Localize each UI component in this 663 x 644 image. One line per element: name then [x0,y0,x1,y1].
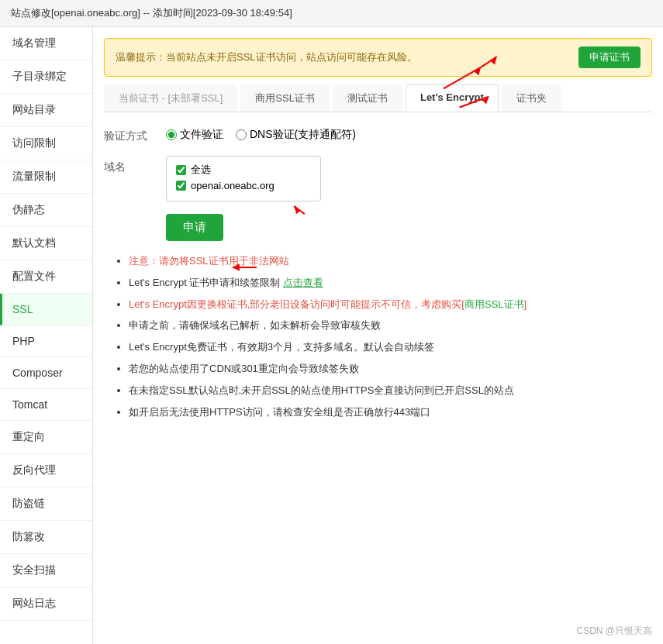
note-2-link[interactable]: 点击查看 [283,277,323,288]
sidebar-item-访问限制[interactable]: 访问限制 [0,127,92,160]
title-text: 站点修改[openai.oneabc.org] -- 添加时间[2023-09-… [11,7,292,19]
domain-check-item: openai.oneabc.org [176,180,311,191]
note-4-text: 申请之前，请确保域名已解析，如未解析会导致审核失败 [129,319,381,331]
note-7-text: 在未指定SSL默认站点时,未开启SSL的站点使用HTTPS全直接访问到已开启SS… [129,384,514,396]
footer: CSDN @只恨天高 [576,625,652,638]
radio-file-input[interactable] [166,129,177,140]
note-2: Let's Encrypt 证书申请和续签限制 点击查看 [129,275,652,291]
radio-dns-verify[interactable]: DNS验证(支持通配符) [236,128,356,142]
sidebar-item-默认文档[interactable]: 默认文档 [0,227,92,260]
radio-file-verify[interactable]: 文件验证 [166,128,223,142]
checkbox-all[interactable] [176,165,186,175]
radio-dns-label: DNS验证(支持通配符) [250,128,356,142]
note-1-text: 注意：请勿将SSL证书用于非法网站 [129,255,289,267]
footer-text: CSDN @只恨天高 [576,625,652,636]
tab-content: 验证方式 文件验证 DNS验证(支持通配符) 域名 [93,112,663,438]
note-8: 如开启后无法使用HTTPS访问，请检查安全组是否正确放行443端口 [129,405,652,421]
sidebar-item-Tomcat[interactable]: Tomcat [0,389,92,421]
warning-text: 温馨提示：当前站点未开启SSL证书访问，站点访问可能存在风险。 [116,50,417,64]
sidebar-item-SSL[interactable]: SSL [0,294,92,325]
notes-list: 注意：请勿将SSL证书用于非法网站 Let's Encrypt 证书申请和续签限… [115,253,652,420]
warning-bar: 温馨提示：当前站点未开启SSL证书访问，站点访问可能存在风险。 申请证书 [104,38,652,77]
sidebar-item-网站目录[interactable]: 网站目录 [0,94,92,127]
main-content: 温馨提示：当前站点未开启SSL证书访问，站点访问可能存在风险。 申请证书 当前证… [93,27,663,644]
sidebar-item-反向代理[interactable]: 反向代理 [0,454,92,487]
sidebar-item-PHP[interactable]: PHP [0,325,92,357]
tabs-container: 当前证书 - [未部署SSL]商用SSL证书测试证书Let's Encrypt证… [104,84,652,112]
sidebar-item-Composer[interactable]: Composer [0,357,92,389]
note-2-text: Let's Encrypt 证书申请和续签限制 [129,277,283,288]
note-7: 在未指定SSL默认站点时,未开启SSL的站点使用HTTPS全直接访问到已开启SS… [129,383,652,399]
tab-3[interactable]: Let's Encrypt [406,84,499,112]
domain-row: 域名 全选 openai.oneabc.org [104,156,652,201]
sidebar-item-伪静态[interactable]: 伪静态 [0,194,92,227]
sidebar-item-防篡改[interactable]: 防篡改 [0,521,92,554]
apply-cert-button[interactable]: 申请证书 [578,46,641,68]
submit-button[interactable]: 申请 [166,214,223,241]
note-5: Let's Encrypt免费证书，有效期3个月，支持多域名。默认会自动续签 [129,339,652,356]
note-1: 注意：请勿将SSL证书用于非法网站 [129,253,652,270]
note-4: 申请之前，请确保域名已解析，如未解析会导致审核失败 [129,318,652,334]
tab-4[interactable]: 证书夹 [502,84,561,112]
sidebar-item-流量限制[interactable]: 流量限制 [0,160,92,194]
sidebar-item-子目录绑定[interactable]: 子目录绑定 [0,60,92,94]
sidebar: 域名管理子目录绑定网站目录访问限制流量限制伪静态默认文档配置文件SSLPHPCo… [0,27,93,644]
sidebar-item-配置文件[interactable]: 配置文件 [0,260,92,294]
sidebar-item-网站日志[interactable]: 网站日志 [0,587,92,621]
domain-value-label: openai.oneabc.org [191,180,275,191]
radio-group: 文件验证 DNS验证(支持通配符) [166,125,356,142]
note-3: Let's Encrypt因更换根证书,部分老旧设备访问时可能提示不可信，考虑购… [129,297,652,313]
verify-row: 验证方式 文件验证 DNS验证(支持通配符) [104,125,652,143]
domain-label: 域名 [104,156,166,174]
note-6: 若您的站点使用了CDN或301重定向会导致续签失败 [129,361,652,377]
check-all-label: 全选 [191,163,211,177]
domain-box: 全选 openai.oneabc.org [166,156,321,201]
note-8-text: 如开启后无法使用HTTPS访问，请检查安全组是否正确放行443端口 [129,406,430,418]
note-3-link[interactable]: 商用SSL证书 [464,298,524,310]
sidebar-item-域名管理[interactable]: 域名管理 [0,27,92,60]
sidebar-item-安全扫描[interactable]: 安全扫描 [0,554,92,587]
checkbox-domain[interactable] [176,181,186,191]
tab-1[interactable]: 商用SSL证书 [240,84,330,112]
verify-label: 验证方式 [104,125,166,143]
note-6-text: 若您的站点使用了CDN或301重定向会导致续签失败 [129,363,359,374]
sidebar-item-防盗链[interactable]: 防盗链 [0,487,92,521]
domain-check-all: 全选 [176,163,311,177]
submit-row: 申请 [104,214,652,253]
sidebar-item-重定向[interactable]: 重定向 [0,421,92,454]
tab-2[interactable]: 测试证书 [333,84,402,112]
radio-file-label: 文件验证 [180,128,223,142]
note-3-text: Let's Encrypt因更换根证书,部分老旧设备访问时可能提示不可信，考虑购… [129,298,527,310]
note-5-text: Let's Encrypt免费证书，有效期3个月，支持多域名。默认会自动续签 [129,341,434,353]
title-bar: 站点修改[openai.oneabc.org] -- 添加时间[2023-09-… [0,0,663,27]
tab-0[interactable]: 当前证书 - [未部署SSL] [104,84,237,112]
radio-dns-input[interactable] [236,129,247,140]
